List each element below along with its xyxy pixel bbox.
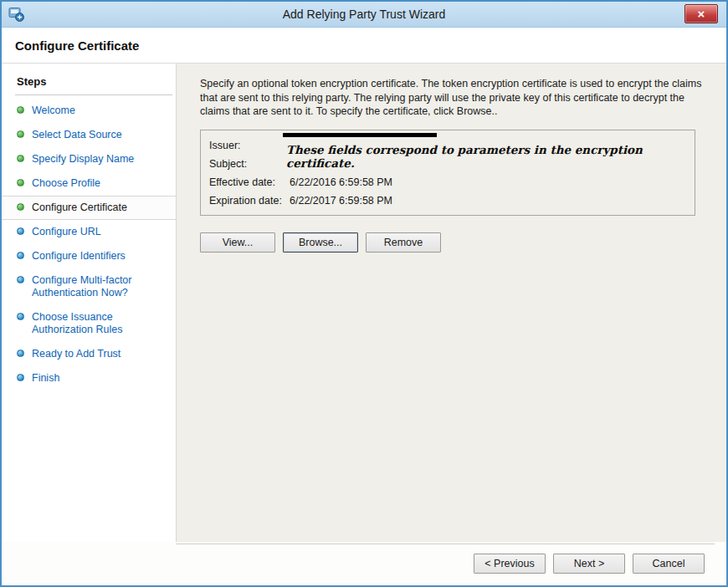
step-label: Choose Issuance Authorization Rules: [32, 311, 169, 336]
window-title: Add Relying Party Trust Wizard: [2, 2, 726, 27]
wizard-window: Add Relying Party Trust Wizard × Configu…: [0, 0, 728, 587]
field-value: 6/22/2017 6:59:58 PM: [290, 191, 392, 210]
sidebar-item-select-data-source[interactable]: Select Data Source: [2, 123, 176, 147]
browse-button[interactable]: Browse...: [283, 232, 358, 253]
field-label: Expiration date:: [209, 191, 290, 210]
step-label: Specify Display Name: [32, 153, 134, 166]
sidebar-item-choose-issuance-rules[interactable]: Choose Issuance Authorization Rules: [2, 305, 176, 342]
certificate-actions: View... Browse... Remove: [200, 232, 706, 253]
page-title: Configure Certificate: [15, 38, 139, 53]
field-label: Effective date:: [209, 173, 290, 191]
sidebar-item-configure-certificate[interactable]: Configure Certificate: [2, 196, 176, 220]
step-label: Configure Multi-factor Authentication No…: [32, 274, 169, 299]
wizard-body: Steps Welcome Select Data Source Specify…: [2, 64, 726, 542]
next-button[interactable]: Next >: [553, 554, 625, 574]
sidebar-item-configure-identifiers[interactable]: Configure Identifiers: [2, 244, 176, 268]
description-text: Specify an optional token encryption cer…: [200, 77, 702, 119]
step-done-icon: [17, 203, 24, 211]
field-value: 6/22/2016 6:59:58 PM: [290, 173, 392, 191]
step-label: Configure Certificate: [32, 202, 127, 214]
remove-button[interactable]: Remove: [366, 232, 441, 253]
step-label: Welcome: [32, 105, 75, 117]
steps-list: Welcome Select Data Source Specify Displ…: [2, 99, 176, 390]
step-done-icon: [17, 106, 24, 114]
step-upcoming-icon: [17, 313, 24, 320]
certificate-field-expiration-date: Expiration date: 6/22/2017 6:59:58 PM: [209, 191, 686, 210]
annotation-text: These fields correspond to parameters in…: [286, 143, 684, 170]
sidebar-item-finish[interactable]: Finish: [2, 366, 176, 390]
sidebar-item-configure-url[interactable]: Configure URL: [2, 220, 176, 244]
close-button[interactable]: ×: [684, 4, 718, 23]
page-header: Configure Certificate: [2, 28, 726, 64]
sidebar-item-configure-mfa[interactable]: Configure Multi-factor Authentication No…: [2, 268, 176, 305]
step-label: Configure URL: [32, 226, 101, 238]
step-label: Choose Profile: [32, 177, 100, 190]
step-done-icon: [17, 155, 24, 162]
cancel-button[interactable]: Cancel: [633, 554, 705, 574]
previous-button[interactable]: < Previous: [474, 554, 546, 574]
step-label: Ready to Add Trust: [32, 348, 120, 360]
sidebar-item-choose-profile[interactable]: Choose Profile: [2, 171, 176, 196]
main-panel: Specify an optional token encryption cer…: [176, 64, 726, 542]
step-upcoming-icon: [17, 252, 24, 259]
step-label: Finish: [32, 372, 59, 385]
field-label: Issuer:: [209, 136, 290, 155]
field-label: Subject:: [209, 155, 290, 173]
certificate-details-box: These fields correspond to parameters in…: [200, 130, 695, 216]
steps-heading: Steps: [15, 75, 172, 95]
close-icon: ×: [698, 7, 705, 21]
sidebar-item-ready-to-add-trust[interactable]: Ready to Add Trust: [2, 342, 176, 366]
sidebar-item-specify-display-name[interactable]: Specify Display Name: [2, 147, 176, 171]
steps-sidebar: Steps Welcome Select Data Source Specify…: [2, 64, 176, 542]
title-bar: Add Relying Party Trust Wizard ×: [2, 2, 726, 28]
certificate-field-effective-date: Effective date: 6/22/2016 6:59:58 PM: [209, 173, 686, 191]
step-upcoming-icon: [17, 374, 24, 381]
step-label: Configure Identifiers: [32, 250, 126, 263]
redacted-issuer-value: [283, 133, 437, 137]
sidebar-item-welcome[interactable]: Welcome: [2, 99, 176, 123]
wizard-footer: < Previous Next > Cancel: [2, 542, 726, 585]
step-done-icon: [17, 130, 24, 138]
step-upcoming-icon: [17, 350, 24, 357]
step-upcoming-icon: [17, 276, 24, 283]
step-upcoming-icon: [17, 227, 24, 235]
view-button[interactable]: View...: [200, 232, 275, 253]
step-label: Select Data Source: [32, 129, 122, 141]
step-done-icon: [17, 179, 24, 186]
